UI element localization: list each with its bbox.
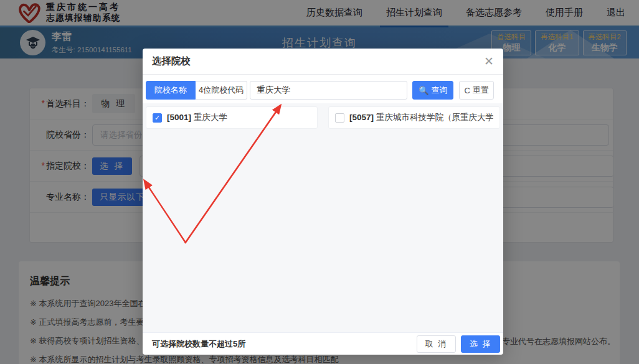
college-code: [5057]	[349, 113, 374, 122]
college-item-5057[interactable]: [5057]重庆城市科技学院（原重庆大学城市科...	[328, 106, 500, 129]
refresh-icon: C	[464, 86, 470, 95]
checkbox-checked-icon[interactable]: ✓	[153, 113, 162, 123]
college-name: 重庆城市科技学院（原重庆大学城市科...	[376, 113, 493, 122]
select-college-modal: 选择院校 ✕ 院校名称 4位院校代码 🔍 查询 C 重置 ✓ [5001]重庆大…	[143, 49, 503, 355]
college-label: [5057]重庆城市科技学院（原重庆大学城市科...	[349, 112, 493, 123]
reset-button[interactable]: C 重置	[459, 81, 494, 100]
cancel-button[interactable]: 取 消	[417, 335, 456, 353]
select-button[interactable]: 选 择	[461, 335, 500, 353]
modal-footer: 可选择院校数量不超过5所 取 消 选 择	[143, 332, 503, 355]
college-name: 重庆大学	[194, 113, 227, 122]
selection-limit-note: 可选择院校数量不超过5所	[152, 338, 245, 350]
checkbox-unchecked-icon[interactable]	[335, 113, 344, 123]
page-root: 重庆市统一高考 志愿填报辅助系统 历史数据查询 招生计划查询 备选志愿参考 使用…	[0, 0, 639, 364]
college-item-5001[interactable]: ✓ [5001]重庆大学	[146, 106, 318, 129]
close-icon[interactable]: ✕	[484, 55, 494, 67]
college-code: [5001]	[167, 113, 191, 122]
modal-title: 选择院校	[152, 55, 191, 68]
tab-college-name[interactable]: 院校名称	[146, 81, 196, 100]
college-label: [5001]重庆大学	[167, 112, 227, 123]
search-icon: 🔍	[419, 86, 428, 95]
modal-header: 选择院校 ✕	[143, 49, 503, 75]
tab-college-code[interactable]: 4位院校代码	[196, 81, 248, 100]
college-list: ✓ [5001]重庆大学 [5057]重庆城市科技学院（原重庆大学城市科...	[143, 103, 503, 332]
query-button[interactable]: 🔍 查询	[412, 81, 453, 100]
modal-search-row: 院校名称 4位院校代码 🔍 查询 C 重置	[146, 81, 494, 100]
college-search-input[interactable]	[250, 81, 407, 100]
